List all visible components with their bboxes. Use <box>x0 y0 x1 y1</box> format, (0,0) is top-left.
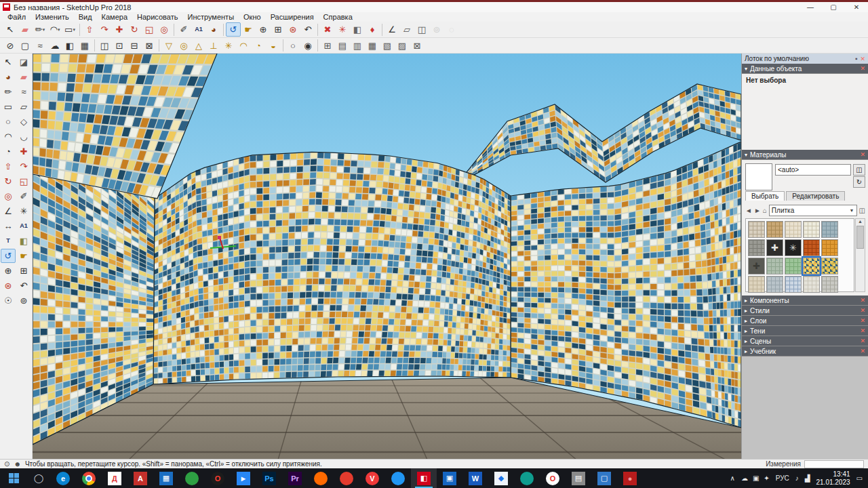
tool-gradient[interactable]: ◧ <box>62 39 77 53</box>
tool-previous-view[interactable]: ↶ <box>16 279 31 293</box>
tool-diagonal[interactable]: ▧ <box>380 39 395 53</box>
tool-bezier[interactable]: ≈ <box>33 39 47 53</box>
tool-offset[interactable]: ◎ <box>157 22 172 37</box>
tool-box-tool[interactable]: ▱ <box>399 22 414 37</box>
tool-previous-view[interactable]: ↶ <box>300 22 315 37</box>
start-button[interactable] <box>0 468 27 488</box>
tool-columns[interactable]: ▥ <box>350 39 365 53</box>
tool-select[interactable]: ↖ <box>1 55 16 69</box>
material-swatch-tile-beige[interactable] <box>748 276 765 293</box>
tool-line[interactable]: ✏ <box>1 85 16 99</box>
tool-eraser[interactable]: ▰ <box>18 22 33 37</box>
tray-icon[interactable]: ☁ <box>741 474 748 482</box>
sample-paint-button[interactable]: ↻ <box>853 176 865 188</box>
tool-image[interactable]: ▦ <box>77 39 92 53</box>
section-close-icon[interactable]: ✕ <box>860 338 865 344</box>
taskbar-app-opera-red[interactable]: O <box>540 468 566 488</box>
tool-frame-2[interactable]: ⊡ <box>112 39 127 53</box>
menu-item[interactable]: Окно <box>239 13 266 21</box>
material-swatch-tile-light[interactable] <box>803 276 820 293</box>
material-swatch-tile-yellow-mosaic[interactable] <box>821 258 838 274</box>
material-swatch-tile-blue-yellow-mosaic[interactable] <box>803 258 820 274</box>
material-swatch-tile-white-speckle[interactable] <box>803 221 820 238</box>
taskbar-app-light-app[interactable]: ◆ <box>488 468 514 488</box>
tool-rectangle[interactable]: ▭ <box>1 100 16 114</box>
tool-tape-measure[interactable]: ✐ <box>176 22 191 37</box>
tool-erase[interactable]: ▰ <box>16 70 31 84</box>
dropdown-arrow-icon[interactable]: ▾ <box>58 27 60 32</box>
menu-item[interactable]: Справка <box>319 13 357 21</box>
home-icon[interactable]: ⌂ <box>763 207 767 214</box>
language-indicator[interactable]: РУС <box>776 474 789 482</box>
taskbar-app-red-app[interactable] <box>334 468 359 488</box>
tool-walk[interactable]: ⊚ <box>429 22 444 37</box>
menu-item[interactable]: Расширения <box>266 13 319 21</box>
tool-zoom[interactable]: ⊕ <box>1 264 16 278</box>
tool-polygon[interactable]: ◇ <box>16 115 31 129</box>
taskbar-app-premiere[interactable]: Pr <box>282 468 308 488</box>
material-swatch-tile-blue-gray[interactable] <box>821 221 838 238</box>
tool-offset[interactable]: ◎ <box>1 189 16 203</box>
section-close-icon[interactable]: ✕ <box>860 348 865 354</box>
scroll-thumb[interactable] <box>856 226 864 249</box>
tool-funnel[interactable]: ▽ <box>161 39 176 53</box>
tool-burst[interactable]: ✳ <box>221 39 236 53</box>
tool-circle[interactable]: ○ <box>1 115 16 129</box>
tool-section-plane[interactable]: ◧ <box>350 22 365 37</box>
tool-zoom-extents[interactable]: ⊛ <box>285 22 300 37</box>
tool-arc[interactable]: ◠ <box>1 129 16 144</box>
section-header-layers[interactable]: ▸Слои✕ <box>742 316 868 326</box>
material-swatch-tile-blue-speckle[interactable] <box>785 276 802 293</box>
taskbar-app-media-app[interactable]: ● <box>617 468 643 488</box>
tool-dome[interactable]: ◠ <box>236 39 251 53</box>
taskbar-app-gray-app[interactable]: ▤ <box>566 468 591 488</box>
tool-level[interactable]: ∠ <box>384 22 399 37</box>
tool-select[interactable]: ↖ <box>3 22 18 37</box>
tool-position-camera[interactable]: ☉ <box>1 293 16 308</box>
section-header-components[interactable]: ▸Компоненты✕ <box>742 296 868 306</box>
notification-center-icon[interactable]: ▭ <box>856 474 863 482</box>
taskbar-app-blue-dev-app[interactable]: ▢ <box>591 468 617 488</box>
tool-box-x[interactable]: ⊠ <box>410 39 425 53</box>
section-close-icon[interactable]: ✕ <box>860 307 865 314</box>
scroll-up-icon[interactable]: ▲ <box>858 219 863 224</box>
menu-item[interactable]: Камера <box>97 13 132 21</box>
forward-arrow-icon[interactable]: ► <box>754 207 761 214</box>
section-close-icon[interactable]: ✕ <box>860 65 865 72</box>
clock[interactable]: 13:41 21.01.2023 <box>816 470 850 486</box>
tool-follow-me[interactable]: ↷ <box>97 22 112 37</box>
close-button[interactable]: ✕ <box>845 2 868 12</box>
tool-pie[interactable]: ◔ <box>1 144 16 159</box>
tool-section-plane[interactable]: ◧ <box>16 234 31 248</box>
tool-grid[interactable]: ⊞ <box>320 39 335 53</box>
tool-circle-tool[interactable]: ○ <box>285 39 300 53</box>
tray-close-icon[interactable]: ✕ <box>860 56 865 62</box>
tool-rotate[interactable]: ↻ <box>1 174 16 188</box>
tool-move[interactable]: ✚ <box>112 22 127 37</box>
swatch-scrollbar[interactable]: ▲ <box>855 218 865 292</box>
taskbar-app-yandex-disk[interactable]: Д <box>102 468 127 488</box>
material-swatch-tile-beige-grid[interactable] <box>748 221 765 238</box>
tool-polygon[interactable]: ⊘ <box>3 39 18 53</box>
tool-fix-problems[interactable]: ✳ <box>335 22 350 37</box>
menu-item[interactable]: Инструменты <box>182 13 239 21</box>
material-swatch-tile-sage[interactable] <box>766 258 783 274</box>
menu-item[interactable]: Изменить <box>31 13 74 21</box>
tray-chevron-icon[interactable]: ∧ <box>730 474 735 482</box>
back-arrow-icon[interactable]: ◄ <box>745 207 752 214</box>
taskbar-app-blue-square-app[interactable]: ▣ <box>437 468 462 488</box>
section-header-styles[interactable]: ▸Стили✕ <box>742 306 868 316</box>
tool-zoom-window[interactable]: ⊞ <box>16 264 31 278</box>
materials-tab-select[interactable]: Выбрать <box>745 191 785 201</box>
material-swatch-tile-green[interactable] <box>785 258 802 274</box>
dropdown-arrow-icon[interactable]: ▾ <box>43 27 45 32</box>
taskbar-app-blue-app[interactable]: ► <box>231 468 256 488</box>
tool-paint-bucket[interactable]: ◕ <box>206 22 221 37</box>
taskbar-app-edge[interactable]: e <box>50 468 76 488</box>
tray-icon[interactable]: ✦ <box>764 474 769 482</box>
volume-icon[interactable]: ♪ <box>795 474 799 482</box>
materials-tab-edit[interactable]: Редактировать <box>786 191 845 201</box>
tool-paint[interactable]: ◕ <box>1 70 16 84</box>
taskbar-app-word[interactable]: W <box>462 468 488 488</box>
material-swatch-tile-black-star[interactable]: ✳ <box>785 239 802 256</box>
